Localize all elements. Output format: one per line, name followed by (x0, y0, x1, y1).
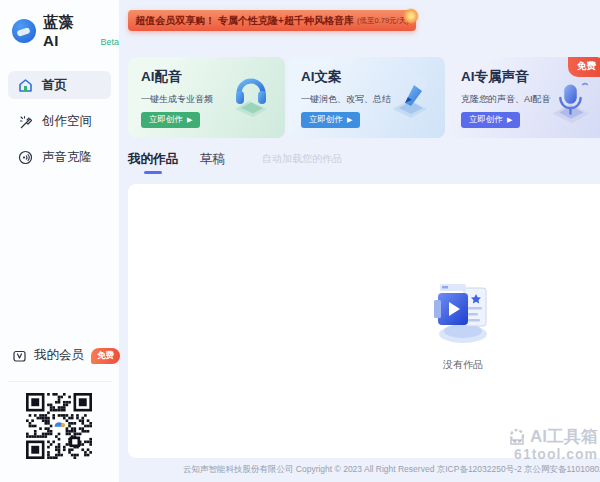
headphones-illustration (221, 67, 277, 127)
app-title: 蓝藻 AI (43, 13, 92, 49)
membership-label: 我的会员 (34, 347, 84, 364)
works-panel: 没有作品 (128, 184, 600, 458)
arrow-icon: ▶ (507, 116, 512, 124)
card-ai-exclusive-voice[interactable]: 免费 AI专属声音 克隆您的声音、AI配音 立即创作▶ (448, 57, 600, 138)
pen-illustration (381, 67, 437, 127)
works-tabs: 我的作品 草稿 (128, 151, 225, 174)
microphone-illustration (543, 73, 597, 131)
beta-badge: Beta (100, 37, 119, 49)
app-logo-icon (12, 19, 36, 43)
feature-cards: AI配音 一键生成专业音频 立即创作▶ AI文案 一键润色、改写、总结 (128, 57, 600, 138)
promo-banner-text: 超值会员双享购！ 专属个性克隆+超千种风格音库 (135, 14, 354, 28)
create-now-label: 立即创作 (309, 114, 343, 126)
tab-my-works[interactable]: 我的作品 (128, 151, 178, 174)
membership-free-badge: 免费 (91, 348, 120, 364)
membership-entry[interactable]: 我的会员 免费 (0, 347, 120, 364)
sidebar-item-workspace[interactable]: 创作空间 (8, 107, 111, 135)
empty-state: 没有作品 (418, 276, 508, 372)
firework-icon (403, 8, 419, 24)
sidebar-item-label: 创作空间 (42, 113, 92, 130)
empty-state-message: 没有作品 (418, 358, 508, 372)
sidebar-item-voice-clone[interactable]: 声音克隆 (8, 143, 111, 171)
footer: 云知声智能科技股份有限公司 Copyright © 2023 All Right… (120, 464, 600, 476)
create-now-label: 立即创作 (469, 114, 503, 126)
create-now-button[interactable]: 立即创作▶ (301, 112, 360, 128)
sidebar-divider (8, 381, 112, 382)
qr-code-image (26, 393, 92, 459)
faint-watermark-text: 自动加载您的作品 (262, 152, 342, 166)
arrow-icon: ▶ (347, 116, 352, 124)
sidebar: 蓝藻 AI Beta 首页 创作空间 声音克隆 我的会员 免费 (0, 0, 120, 482)
home-icon (18, 78, 33, 93)
main-content: 超值会员双享购！ 专属个性克隆+超千种风格音库 (低至0.79元/天) AI配音… (120, 0, 600, 482)
vip-icon (12, 348, 27, 363)
tab-drafts[interactable]: 草稿 (200, 151, 225, 174)
qr-code (26, 393, 92, 459)
sidebar-item-home[interactable]: 首页 (8, 71, 111, 99)
create-now-label: 立即创作 (149, 114, 183, 126)
sidebar-item-label: 声音克隆 (42, 149, 92, 166)
promo-banner-price: (低至0.79元/天) (357, 16, 409, 26)
sidebar-menu: 首页 创作空间 声音克隆 (0, 71, 119, 171)
app-logo[interactable]: 蓝藻 AI Beta (0, 0, 119, 49)
card-ai-dubbing[interactable]: AI配音 一键生成专业音频 立即创作▶ (128, 57, 285, 138)
promo-banner[interactable]: 超值会员双享购！ 专属个性克隆+超千种风格音库 (低至0.79元/天) (128, 10, 416, 31)
magic-wand-icon (18, 114, 33, 129)
card-ai-copywriting[interactable]: AI文案 一键润色、改写、总结 立即创作▶ (288, 57, 445, 138)
arrow-icon: ▶ (187, 116, 192, 124)
voice-wave-icon (18, 150, 33, 165)
create-now-button[interactable]: 立即创作▶ (461, 112, 520, 128)
sidebar-item-label: 首页 (42, 77, 67, 94)
create-now-button[interactable]: 立即创作▶ (141, 112, 200, 128)
empty-state-illustration (424, 276, 502, 346)
footer-copyright: 云知声智能科技股份有限公司 Copyright © 2023 All Right… (183, 464, 600, 474)
